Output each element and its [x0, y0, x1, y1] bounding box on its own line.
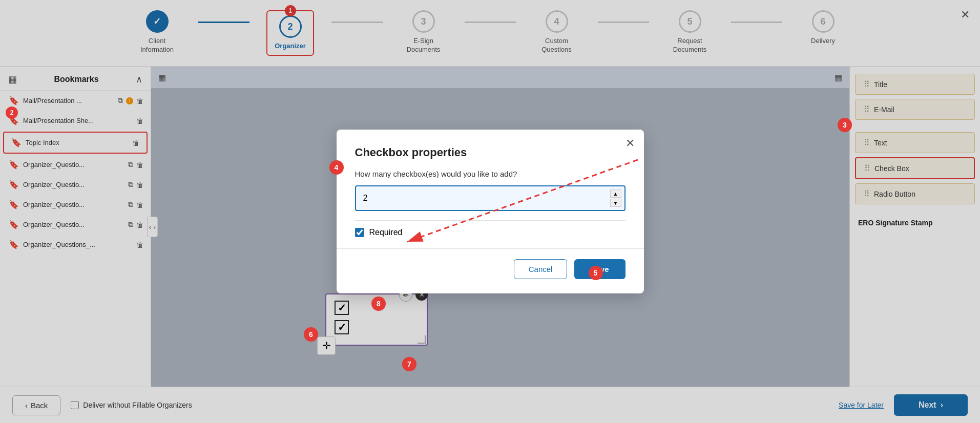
modal-spinner: ▲ ▼	[607, 186, 624, 210]
required-label-text: Required	[369, 228, 403, 237]
checkbox-count-input[interactable]	[356, 188, 607, 208]
annotation-badge-5: 5	[589, 266, 603, 280]
modal-actions: Cancel Save	[355, 259, 625, 279]
annotation-badge-2: 2	[6, 107, 18, 119]
modal-divider	[337, 248, 644, 249]
annotation-badge-7: 7	[402, 357, 416, 371]
modal-overlay: 4 5 ✕ Checkbox properties How many check…	[0, 0, 980, 423]
modal-required-row: Required	[355, 220, 625, 237]
required-label[interactable]: Required	[355, 228, 625, 237]
modal-input-row: ▲ ▼	[355, 185, 625, 211]
annotation-badge-3: 3	[838, 118, 852, 132]
required-checkbox[interactable]	[355, 228, 364, 237]
modal-close-button[interactable]: ✕	[625, 137, 635, 150]
main-container: ✕ ✓ ClientInformation 1 2 Organizer 3	[0, 0, 980, 423]
checkbox-properties-modal: 4 5 ✕ Checkbox properties How many check…	[337, 130, 644, 293]
annotation-badge-8: 8	[371, 297, 386, 311]
annotation-badge-4: 4	[329, 160, 344, 175]
annotation-badge-6: 6	[304, 327, 318, 342]
modal-question: How many checkbox(es) would you like to …	[355, 170, 625, 178]
modal-cancel-button[interactable]: Cancel	[514, 259, 568, 279]
modal-title: Checkbox properties	[355, 146, 625, 159]
spinner-up-button[interactable]: ▲	[610, 189, 621, 198]
spinner-down-button[interactable]: ▼	[610, 199, 621, 207]
